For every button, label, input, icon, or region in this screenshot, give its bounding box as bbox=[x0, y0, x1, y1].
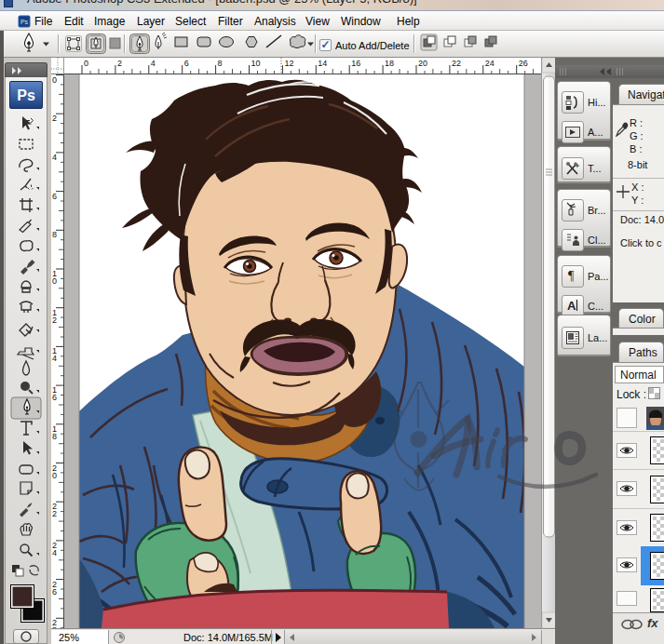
svg-text:24: 24 bbox=[485, 59, 495, 68]
svg-text:22: 22 bbox=[452, 59, 461, 68]
svg-text:8: 8 bbox=[52, 230, 57, 239]
svg-text:2: 2 bbox=[52, 114, 57, 123]
svg-text:4: 4 bbox=[52, 354, 57, 363]
svg-text:6: 6 bbox=[52, 587, 57, 597]
svg-text:0: 0 bbox=[52, 471, 57, 480]
svg-text:6: 6 bbox=[184, 59, 189, 68]
svg-text:Ps: Ps bbox=[20, 19, 29, 25]
svg-text:8: 8 bbox=[52, 432, 57, 441]
svg-text:¶: ¶ bbox=[568, 269, 575, 283]
svg-text:6: 6 bbox=[52, 393, 57, 402]
svg-text:14: 14 bbox=[318, 59, 327, 68]
svg-text:8: 8 bbox=[218, 59, 223, 68]
svg-text:10: 10 bbox=[251, 59, 261, 68]
svg-text:0: 0 bbox=[84, 59, 88, 68]
svg-text:26: 26 bbox=[519, 59, 528, 68]
svg-text:0: 0 bbox=[52, 75, 57, 85]
svg-text:16: 16 bbox=[351, 59, 360, 68]
svg-text:12: 12 bbox=[284, 59, 293, 68]
svg-text:4: 4 bbox=[52, 153, 57, 162]
svg-text:2: 2 bbox=[52, 315, 57, 325]
svg-text:2: 2 bbox=[117, 59, 122, 68]
svg-text:4: 4 bbox=[52, 548, 57, 557]
svg-text:20: 20 bbox=[418, 59, 427, 68]
svg-text:4: 4 bbox=[151, 59, 156, 68]
svg-text:A: A bbox=[567, 299, 576, 313]
svg-text:18: 18 bbox=[385, 59, 394, 68]
svg-text:0: 0 bbox=[52, 276, 57, 286]
svg-text:2: 2 bbox=[52, 509, 57, 518]
svg-text:6: 6 bbox=[52, 192, 57, 201]
